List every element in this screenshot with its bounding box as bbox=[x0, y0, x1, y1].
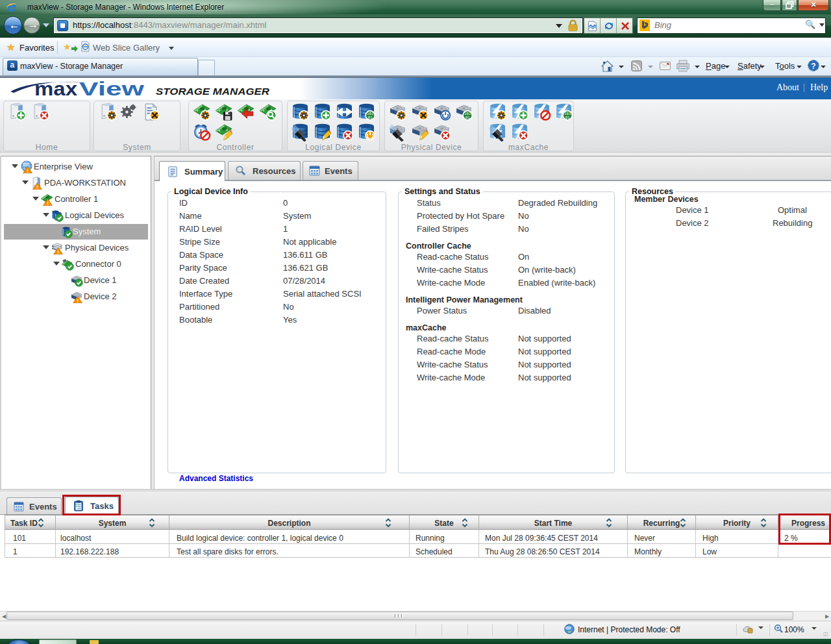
svg-text:01: 01 bbox=[565, 116, 570, 119]
svg-text:!: ! bbox=[27, 168, 29, 174]
svg-text:!: ! bbox=[36, 184, 38, 190]
svg-text:!: ! bbox=[57, 249, 59, 255]
svg-text:01: 01 bbox=[465, 116, 470, 119]
svg-text:!: ! bbox=[47, 201, 49, 206]
svg-text:!: ! bbox=[77, 298, 79, 304]
svg-text:?: ? bbox=[811, 62, 815, 71]
svg-text:01: 01 bbox=[368, 116, 373, 119]
